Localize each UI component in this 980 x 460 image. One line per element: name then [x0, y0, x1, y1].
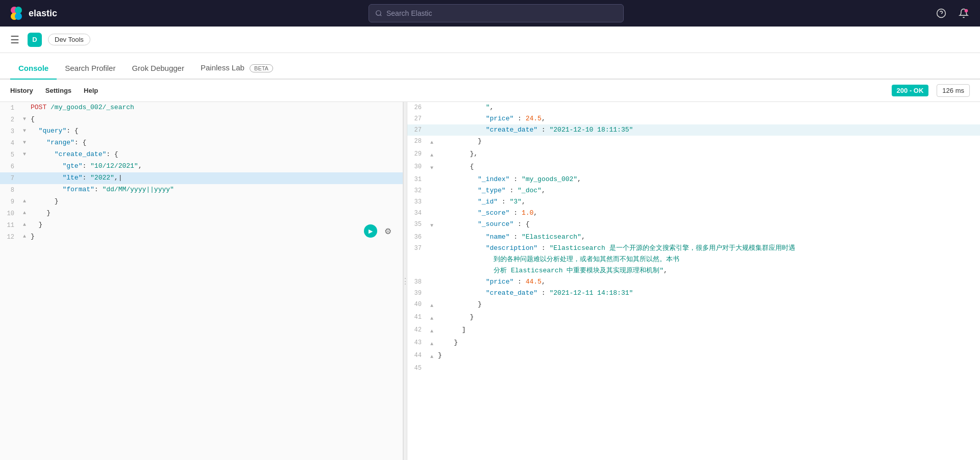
editor-line-3: 3 ▼ "query": { [0, 125, 403, 137]
hamburger-menu[interactable]: ☰ [8, 32, 21, 48]
editor-line-2: 2 ▼ { [0, 114, 403, 125]
editor-line-5: 5 ▼ "create_date": { [0, 149, 403, 161]
output-line-42: 42 ▲ ] [407, 324, 980, 337]
status-code-badge: 200 - OK [892, 85, 929, 96]
svg-point-8 [965, 9, 968, 13]
editor-line-11: 11 ▲ } [0, 219, 403, 231]
bell-icon[interactable] [955, 5, 972, 21]
output-line-30: 30 ▼ { [407, 161, 980, 174]
editor-line-4: 4 ▼ "range": { [0, 137, 403, 149]
tab-search-profiler[interactable]: Search Profiler [57, 58, 124, 80]
settings-button[interactable]: Settings [45, 87, 71, 94]
editor-area[interactable]: 1 POST /my_goods_002/_search 2 ▼ { 3 ▼ "… [0, 102, 403, 460]
output-line-44: 44 ▲ } [407, 350, 980, 363]
tabs-bar: Console Search Profiler Grok Debugger Pa… [0, 53, 980, 80]
wrench-button[interactable]: ⚙ [381, 224, 395, 238]
output-line-40: 40 ▲ } [407, 299, 980, 312]
output-line-37: 37 "description" : "Elasticsearch 是一个开源的… [407, 243, 980, 276]
global-search-bar[interactable]: Search Elastic [369, 4, 624, 22]
editor-line-9: 9 ▲ } [0, 196, 403, 208]
output-line-38: 38 "price" : 44.5, [407, 276, 980, 288]
output-line-32: 32 "_type" : "_doc", [407, 185, 980, 196]
output-line-45: 45 [407, 363, 980, 374]
toolbar: History Settings Help 200 - OK 126 ms [0, 80, 980, 102]
nav-icons [933, 5, 972, 21]
output-line-41: 41 ▲ } [407, 312, 980, 324]
output-line-29: 29 ▲ }, [407, 148, 980, 161]
output-line-35: 35 ▼ "_source" : { [407, 219, 980, 232]
help-button[interactable]: Help [84, 87, 98, 94]
tab-console[interactable]: Console [10, 58, 57, 80]
editor-line-1: 1 POST /my_goods_002/_search [0, 102, 403, 114]
svg-point-3 [15, 13, 22, 20]
run-button[interactable]: ▶ [364, 224, 377, 238]
output-line-27b: 27 "create_date" : "2021-12-10 18:11:35" [407, 124, 980, 136]
search-icon [375, 10, 382, 17]
beta-badge: BETA [250, 64, 273, 72]
output-line-34: 34 "_score" : 1.0, [407, 208, 980, 219]
output-line-33: 33 "_id" : "3", [407, 196, 980, 208]
elastic-logo[interactable]: elastic [8, 5, 59, 21]
tab-grok-debugger[interactable]: Grok Debugger [124, 58, 192, 80]
editor-line-12: 12 ▲ } [0, 231, 403, 243]
logo-text: elastic [29, 8, 57, 19]
main-content: 1 POST /my_goods_002/_search 2 ▼ { 3 ▼ "… [0, 102, 980, 460]
output-area[interactable]: 26 ", 27 "price" : 24.5, 27 "create_date… [407, 102, 980, 460]
response-time-badge: 126 ms [937, 84, 970, 97]
second-bar: ☰ D Dev Tools [0, 27, 980, 53]
search-bar-wrapper: Search Elastic [67, 4, 925, 22]
output-line-26: 26 ", [407, 102, 980, 113]
help-icon[interactable] [933, 5, 949, 21]
editor-line-10: 10 ▲ } [0, 208, 403, 219]
output-line-36: 36 "name" : "Elasticsearch", [407, 232, 980, 243]
editor-line-7: 7 "lte": "2022",| [0, 172, 403, 184]
editor-panel: 1 POST /my_goods_002/_search 2 ▼ { 3 ▼ "… [0, 102, 403, 460]
panel-divider[interactable]: ⋮ [403, 102, 407, 460]
output-line-31: 31 "_index" : "my_goods_002", [407, 174, 980, 185]
history-button[interactable]: History [10, 87, 33, 94]
output-line-39: 39 "create_date" : "2021-12-11 14:18:31" [407, 288, 980, 299]
top-navigation: elastic Search Elastic [0, 0, 980, 27]
editor-line-6: 6 "gte": "10/12/2021", [0, 161, 403, 172]
editor-line-8: 8 "format": "dd/MM/yyyy||yyyy" [0, 184, 403, 196]
output-line-28: 28 ▲ } [407, 136, 980, 148]
user-avatar[interactable]: D [28, 33, 42, 47]
svg-line-5 [380, 15, 382, 16]
editor-actions: ▶ ⚙ [364, 224, 395, 238]
svg-point-1 [15, 7, 22, 14]
search-placeholder: Search Elastic [386, 9, 432, 17]
tab-painless-lab[interactable]: Painless Lab BETA [192, 57, 281, 80]
svg-point-4 [376, 11, 381, 15]
dev-tools-breadcrumb[interactable]: Dev Tools [48, 34, 90, 45]
output-panel: 26 ", 27 "price" : 24.5, 27 "create_date… [407, 102, 980, 460]
output-line-27a: 27 "price" : 24.5, [407, 113, 980, 124]
output-line-43: 43 ▲ } [407, 337, 980, 350]
